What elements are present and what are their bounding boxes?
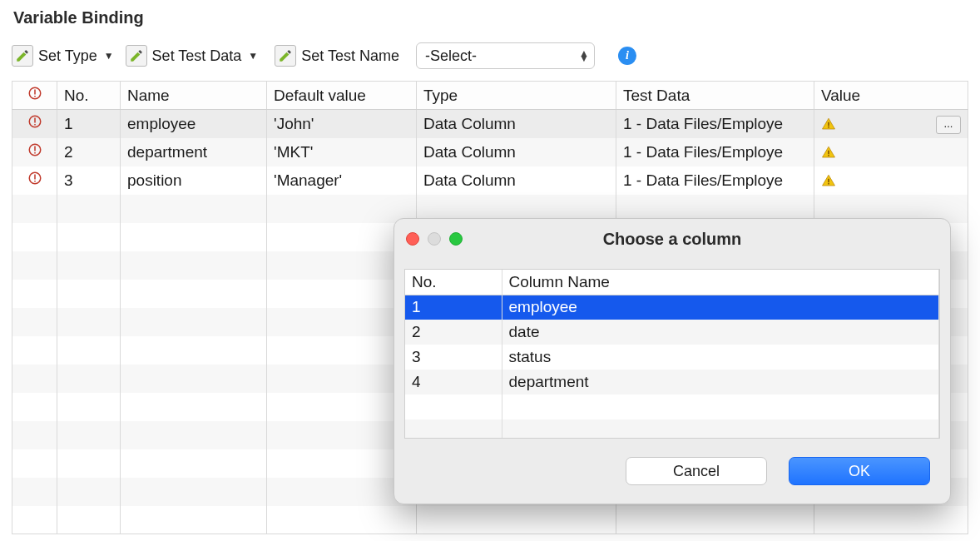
updown-icon: ▲▼ bbox=[579, 51, 589, 61]
header-test-data[interactable]: Test Data bbox=[616, 82, 814, 110]
column-list-table: No. Column Name 1employee2date3status4de… bbox=[405, 270, 939, 439]
header-column-name[interactable]: Column Name bbox=[502, 270, 939, 295]
cell-no: 4 bbox=[405, 370, 502, 395]
window-controls bbox=[406, 232, 463, 246]
info-icon[interactable]: i bbox=[618, 47, 636, 65]
table-row[interactable]: 2department'MKT'Data Column1 - Data File… bbox=[12, 138, 968, 166]
list-item[interactable]: 1employee bbox=[405, 295, 939, 320]
pencil-icon bbox=[12, 45, 33, 67]
set-test-name-button[interactable]: Set Test Name bbox=[275, 45, 399, 67]
warning-icon bbox=[821, 117, 836, 132]
section-title: Variable Binding bbox=[13, 8, 968, 27]
svg-rect-14 bbox=[34, 175, 36, 180]
set-type-label: Set Type bbox=[38, 47, 97, 65]
table-row[interactable]: 1employee'John'Data Column1 - Data Files… bbox=[12, 110, 968, 138]
cell-default-value: 'Manager' bbox=[267, 166, 417, 195]
list-item[interactable]: 4department bbox=[405, 370, 939, 395]
cell-no: 3 bbox=[57, 166, 121, 195]
cell-name: department bbox=[121, 138, 267, 166]
alert-icon bbox=[27, 142, 42, 157]
alert-icon bbox=[27, 114, 42, 129]
list-item[interactable]: 2date bbox=[405, 320, 939, 345]
cell-value[interactable]: ... bbox=[814, 110, 968, 138]
cell-value[interactable] bbox=[814, 138, 968, 166]
alert-icon bbox=[27, 86, 42, 101]
cell-default-value: 'MKT' bbox=[267, 138, 417, 166]
svg-rect-15 bbox=[34, 181, 36, 182]
svg-rect-4 bbox=[34, 118, 36, 123]
close-icon[interactable] bbox=[406, 232, 419, 246]
cell-no: 1 bbox=[405, 295, 502, 320]
list-item[interactable]: 3status bbox=[405, 345, 939, 370]
cell-column-name: status bbox=[502, 345, 939, 370]
cell-no: 1 bbox=[57, 110, 121, 138]
cell-no: 3 bbox=[405, 345, 502, 370]
svg-rect-10 bbox=[34, 152, 36, 154]
header-default-value[interactable]: Default value bbox=[267, 82, 417, 110]
cell-no: 2 bbox=[57, 138, 121, 166]
header-name[interactable]: Name bbox=[121, 82, 267, 110]
pencil-icon bbox=[126, 45, 147, 67]
cell-default-value: 'John' bbox=[267, 110, 417, 138]
cell-column-name: employee bbox=[502, 295, 939, 320]
list-item bbox=[405, 395, 939, 419]
header-type[interactable]: Type bbox=[417, 82, 616, 110]
svg-rect-1 bbox=[34, 90, 36, 95]
header-value[interactable]: Value bbox=[814, 82, 968, 110]
list-item bbox=[405, 419, 939, 439]
svg-rect-16 bbox=[828, 179, 829, 183]
svg-rect-6 bbox=[828, 122, 829, 126]
set-type-button[interactable]: Set Type ▼ bbox=[12, 45, 114, 67]
cancel-button[interactable]: Cancel bbox=[626, 457, 767, 485]
value-browse-button[interactable]: ... bbox=[936, 116, 961, 134]
cell-value[interactable] bbox=[814, 166, 968, 195]
cell-column-name: department bbox=[502, 370, 939, 395]
cell-name: employee bbox=[121, 110, 267, 138]
select-value: -Select- bbox=[425, 47, 477, 65]
maximize-icon[interactable] bbox=[449, 232, 463, 246]
svg-rect-5 bbox=[34, 124, 36, 126]
dialog-title: Choose a column bbox=[394, 230, 950, 249]
toolbar: Set Type ▼ Set Test Data ▼ Set Test Name… bbox=[12, 42, 968, 69]
cell-test-data: 1 - Data Files/Employe bbox=[616, 110, 814, 138]
svg-rect-12 bbox=[828, 155, 829, 156]
cell-column-name: date bbox=[502, 320, 939, 345]
cell-test-data: 1 - Data Files/Employe bbox=[616, 166, 814, 195]
dialog-titlebar[interactable]: Choose a column bbox=[394, 219, 950, 259]
set-test-name-label: Set Test Name bbox=[301, 47, 399, 65]
pencil-icon bbox=[275, 45, 296, 67]
warning-icon bbox=[821, 145, 836, 160]
ok-button[interactable]: OK bbox=[789, 457, 930, 485]
warning-icon bbox=[821, 173, 836, 188]
alert-icon bbox=[27, 171, 42, 186]
svg-rect-2 bbox=[34, 96, 36, 97]
choose-column-dialog: Choose a column No. Column Name 1employe… bbox=[393, 218, 951, 504]
cell-no: 2 bbox=[405, 320, 502, 345]
minimize-icon bbox=[428, 232, 441, 246]
svg-rect-7 bbox=[828, 127, 829, 128]
cell-type: Data Column bbox=[417, 138, 616, 166]
chevron-down-icon: ▼ bbox=[248, 50, 258, 62]
header-no[interactable]: No. bbox=[57, 82, 121, 110]
set-test-data-label: Set Test Data bbox=[152, 47, 242, 65]
table-row bbox=[12, 506, 968, 534]
table-row[interactable]: 3position'Manager'Data Column1 - Data Fi… bbox=[12, 166, 968, 195]
cell-name: position bbox=[121, 166, 267, 195]
cell-type: Data Column bbox=[417, 110, 616, 138]
set-test-data-button[interactable]: Set Test Data ▼ bbox=[126, 45, 259, 67]
svg-rect-17 bbox=[828, 183, 829, 185]
test-name-select[interactable]: -Select- ▲▼ bbox=[416, 42, 595, 69]
svg-rect-11 bbox=[828, 151, 829, 155]
header-no[interactable]: No. bbox=[405, 270, 502, 295]
cell-type: Data Column bbox=[417, 166, 616, 195]
chevron-down-icon: ▼ bbox=[104, 50, 114, 62]
svg-rect-9 bbox=[34, 146, 36, 151]
cell-test-data: 1 - Data Files/Employe bbox=[616, 138, 814, 166]
header-alert[interactable] bbox=[12, 82, 57, 110]
